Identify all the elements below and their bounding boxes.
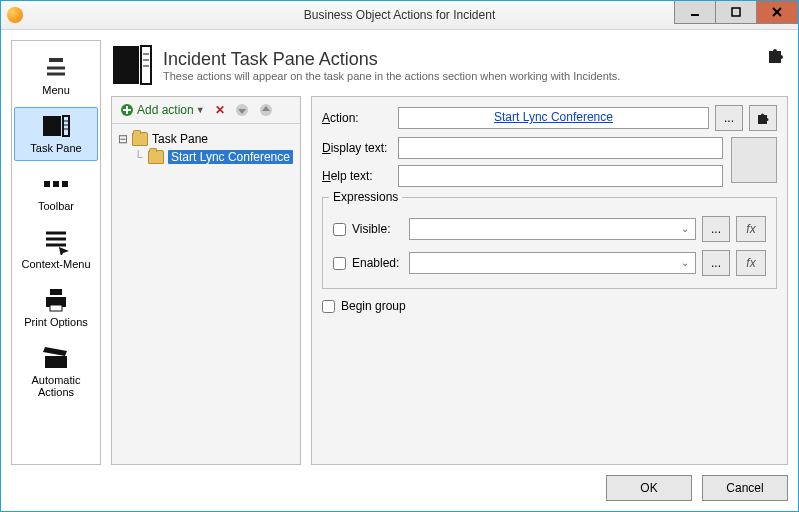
begin-group-check[interactable]: Begin group	[322, 299, 406, 313]
svg-rect-1	[732, 8, 740, 16]
sidebar-item-toolbar[interactable]: Toolbar	[14, 165, 98, 219]
visible-check[interactable]: Visible:	[333, 222, 403, 236]
chevron-down-icon: ⌄	[681, 257, 689, 268]
page-title: Incident Task Pane Actions	[163, 49, 620, 70]
actions-tree-panel: Add action ▼ ✕	[111, 96, 301, 465]
enabled-checkbox[interactable]	[333, 257, 346, 270]
folder-icon	[132, 132, 148, 146]
content-header: Incident Task Pane Actions These actions…	[111, 40, 788, 96]
sidebar-item-label: Toolbar	[15, 200, 97, 212]
image-preview[interactable]	[731, 137, 777, 183]
tree-root-label: Task Pane	[152, 132, 208, 146]
svg-rect-8	[63, 116, 69, 136]
move-down-button[interactable]	[231, 101, 253, 119]
action-link[interactable]: Start Lync Conference	[494, 110, 613, 124]
display-text-label: Display text:	[322, 141, 392, 155]
task-pane-icon	[40, 112, 72, 140]
actions-tree[interactable]: ⊟ Task Pane └ Start Lync Conference	[112, 124, 300, 464]
folder-icon	[148, 150, 164, 164]
sidebar-item-label: Automatic Actions	[15, 374, 97, 398]
enabled-check[interactable]: Enabled:	[333, 256, 403, 270]
plus-icon	[120, 103, 134, 117]
task-pane-large-icon	[111, 44, 153, 86]
action-label: Action:	[322, 111, 392, 125]
cancel-button[interactable]: Cancel	[702, 475, 788, 501]
clapper-icon	[40, 344, 72, 372]
svg-marker-22	[43, 347, 67, 356]
visible-checkbox[interactable]	[333, 223, 346, 236]
add-action-button[interactable]: Add action ▼	[116, 101, 209, 119]
chevron-down-icon: ⌄	[681, 223, 689, 234]
enabled-fx-button[interactable]: fx	[736, 250, 766, 276]
begin-group-label: Begin group	[341, 299, 406, 313]
tree-item-label: Start Lync Conference	[168, 150, 293, 164]
close-button[interactable]	[756, 1, 798, 24]
display-text-input[interactable]	[398, 137, 723, 159]
visible-label: Visible:	[352, 222, 390, 236]
sidebar-item-task-pane[interactable]: Task Pane	[14, 107, 98, 161]
minimize-button[interactable]	[674, 1, 716, 24]
expressions-legend: Expressions	[329, 190, 402, 204]
menu-icon	[40, 54, 72, 82]
expand-icon[interactable]: ⊟	[118, 132, 128, 146]
visible-row: Visible: ⌄ ... fx	[333, 216, 766, 242]
sidebar-item-context-menu[interactable]: Context-Menu	[14, 223, 98, 277]
move-up-button[interactable]	[255, 101, 277, 119]
help-text-label: Help text:	[322, 169, 392, 183]
begin-group-row: Begin group	[322, 299, 777, 313]
action-row: Action: Start Lync Conference ...	[322, 105, 777, 131]
svg-rect-12	[44, 181, 50, 187]
sidebar-item-label: Context-Menu	[15, 258, 97, 270]
maximize-button[interactable]	[715, 1, 757, 24]
category-sidebar: Menu Task Pane Toolbar	[11, 40, 101, 465]
svg-rect-23	[45, 356, 67, 368]
svg-rect-25	[141, 46, 151, 84]
svg-rect-7	[43, 116, 61, 136]
titlebar: Business Object Actions for Incident	[1, 1, 798, 30]
action-form-panel: Action: Start Lync Conference ...	[311, 96, 788, 465]
enabled-label: Enabled:	[352, 256, 399, 270]
sidebar-item-label: Task Pane	[15, 142, 97, 154]
enabled-row: Enabled: ⌄ ... fx	[333, 250, 766, 276]
svg-rect-4	[49, 58, 63, 62]
enabled-combo[interactable]: ⌄	[409, 252, 696, 274]
action-browse-button[interactable]: ...	[715, 105, 743, 131]
visible-fx-button[interactable]: fx	[736, 216, 766, 242]
puzzle-icon[interactable]	[766, 46, 784, 67]
puzzle-icon	[756, 111, 770, 125]
tree-root[interactable]: ⊟ Task Pane	[118, 130, 294, 148]
sidebar-item-automatic-actions[interactable]: Automatic Actions	[14, 339, 98, 405]
add-action-label: Add action	[137, 103, 194, 117]
sidebar-item-menu[interactable]: Menu	[14, 49, 98, 103]
enabled-browse-button[interactable]: ...	[702, 250, 730, 276]
visible-browse-button[interactable]: ...	[702, 216, 730, 242]
context-menu-icon	[40, 228, 72, 256]
help-text-row: Help text:	[322, 165, 723, 187]
sidebar-item-print-options[interactable]: Print Options	[14, 281, 98, 335]
delete-button[interactable]: ✕	[211, 101, 229, 119]
tree-item[interactable]: └ Start Lync Conference	[118, 148, 294, 166]
expressions-group: Expressions Visible: ⌄ ... fx	[322, 197, 777, 289]
sidebar-item-label: Menu	[15, 84, 97, 96]
page-subtitle: These actions will appear on the task pa…	[163, 70, 620, 82]
action-field[interactable]: Start Lync Conference	[398, 107, 709, 129]
svg-rect-14	[62, 181, 68, 187]
begin-group-checkbox[interactable]	[322, 300, 335, 313]
svg-rect-24	[113, 46, 139, 84]
svg-marker-18	[59, 247, 69, 255]
toolbar-icon	[40, 170, 72, 198]
app-icon	[7, 7, 23, 23]
help-text-input[interactable]	[398, 165, 723, 187]
printer-icon	[40, 286, 72, 314]
svg-rect-13	[53, 181, 59, 187]
tree-toolbar: Add action ▼ ✕	[112, 97, 300, 124]
action-puzzle-button[interactable]	[749, 105, 777, 131]
visible-combo[interactable]: ⌄	[409, 218, 696, 240]
ok-button[interactable]: OK	[606, 475, 692, 501]
dialog-footer: OK Cancel	[11, 465, 788, 501]
sidebar-item-label: Print Options	[15, 316, 97, 328]
content-area: Incident Task Pane Actions These actions…	[111, 40, 788, 465]
dialog-window: Business Object Actions for Incident Men	[0, 0, 799, 512]
svg-rect-19	[50, 289, 62, 295]
display-text-row: Display text:	[322, 137, 723, 159]
